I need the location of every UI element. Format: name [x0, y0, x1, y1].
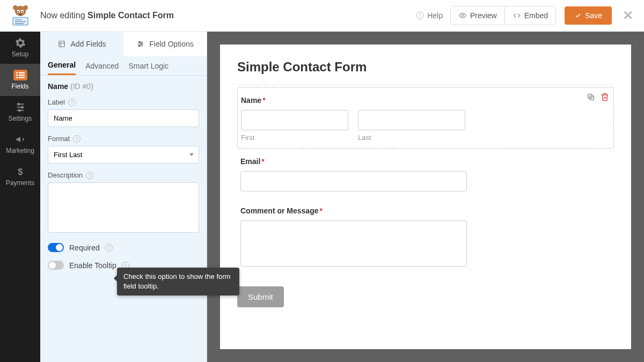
svg-rect-14	[16, 72, 18, 73]
save-label: Save	[585, 11, 602, 20]
embed-button[interactable]: Embed	[504, 6, 555, 25]
svg-point-5	[18, 11, 19, 12]
sidenav-setup-label: Setup	[12, 50, 28, 58]
subtab-smart-logic[interactable]: Smart Logic	[128, 56, 169, 75]
svg-rect-19	[18, 77, 24, 78]
preview-name-field[interactable]: Name* First Last	[237, 87, 614, 149]
preview-comment-field[interactable]: Comment or Message*	[237, 198, 614, 275]
svg-point-13	[462, 14, 464, 17]
sidenav-payments[interactable]: $ Payments	[0, 160, 40, 193]
label-input[interactable]	[48, 109, 199, 127]
field-id-num: (ID #0)	[70, 82, 93, 91]
help-icon: ?	[416, 12, 424, 19]
svg-rect-11	[14, 21, 26, 23]
required-star: *	[262, 96, 265, 105]
svg-point-6	[21, 11, 23, 12]
bullhorn-icon	[14, 134, 26, 145]
field-id-name: Name	[48, 82, 68, 91]
sidenav-marketing[interactable]: Marketing	[0, 128, 40, 160]
svg-point-21	[18, 104, 19, 105]
field-id-row: Name (ID #0)	[48, 82, 199, 91]
svg-rect-12	[14, 23, 24, 24]
subtab-advanced[interactable]: Advanced	[85, 56, 119, 75]
format-select[interactable]	[48, 146, 199, 164]
required-row: Required ?	[48, 243, 199, 252]
help-icon[interactable]: ?	[105, 244, 113, 252]
label-label-row: Label ?	[48, 98, 199, 106]
description-label: Description	[48, 171, 83, 179]
email-input[interactable]	[240, 171, 467, 191]
svg-point-7	[19, 14, 21, 16]
preview-embed-group: Preview Embed	[450, 6, 556, 25]
panel-tabs: Add Fields Field Options	[40, 32, 207, 56]
tooltip-popup: Check this option to show the form field…	[117, 268, 239, 295]
options-panel: Add Fields Field Options General Advance…	[40, 32, 207, 362]
svg-point-31	[139, 41, 140, 42]
sidenav-fields-label: Fields	[11, 83, 28, 90]
last-input[interactable]	[358, 110, 465, 130]
close-button[interactable]: ✕	[617, 8, 639, 23]
subtabs: General Advanced Smart Logic	[40, 56, 207, 76]
svg-text:$: $	[18, 167, 23, 177]
comment-input[interactable]	[240, 220, 467, 267]
svg-point-35	[138, 45, 140, 46]
name-row: First Last	[241, 110, 610, 142]
gear-icon	[14, 38, 26, 48]
email-label: Email*	[240, 157, 611, 166]
help-icon[interactable]: ?	[73, 135, 80, 143]
sidenav-settings-label: Settings	[9, 115, 32, 122]
tab-add-fields[interactable]: Add Fields	[40, 32, 123, 56]
panel-body: Name (ID #0) Label ? Format ?	[40, 76, 207, 276]
save-button[interactable]: Save	[565, 6, 612, 25]
format-label-row: Format ?	[48, 135, 199, 143]
last-col: Last	[358, 110, 465, 142]
dollar-icon: $	[14, 166, 26, 177]
sidenav-setup[interactable]: Setup	[0, 32, 40, 64]
field-actions	[587, 93, 609, 101]
help-icon[interactable]: ?	[86, 172, 93, 179]
tooltip-toggle[interactable]	[48, 261, 64, 270]
last-sublabel: Last	[358, 134, 465, 142]
editing-title: Now editing Simple Contact Form	[40, 11, 416, 20]
sidenav-settings[interactable]: Settings	[0, 96, 40, 128]
form-preview: Simple Contact Form Name* First Last	[220, 45, 631, 349]
preview-label: Preview	[470, 11, 497, 20]
first-col: First	[241, 110, 348, 142]
svg-point-2	[23, 5, 28, 10]
help-icon[interactable]: ?	[68, 99, 76, 106]
preview-email-field[interactable]: Email*	[237, 149, 614, 198]
svg-rect-27	[59, 41, 65, 47]
required-toggle[interactable]	[48, 243, 64, 252]
help-label: Help	[427, 11, 443, 20]
app-logo	[0, 0, 40, 32]
embed-label: Embed	[524, 11, 548, 20]
layout-icon	[57, 40, 66, 48]
format-select-wrap	[48, 146, 199, 164]
svg-rect-18	[16, 77, 18, 78]
sidenav-fields[interactable]: Fields	[0, 64, 40, 96]
submit-button[interactable]: Submit	[237, 286, 284, 307]
main: Setup Fields Settings Marketing $ Paymen…	[0, 32, 644, 362]
name-label: Name*	[241, 96, 610, 105]
svg-point-1	[13, 5, 18, 10]
help-link[interactable]: ? Help	[416, 11, 443, 20]
top-actions: ? Help Preview Embed Save ✕	[416, 6, 644, 25]
format-label: Format	[48, 135, 70, 143]
sliders-icon	[14, 102, 26, 113]
trash-icon[interactable]	[601, 93, 609, 101]
svg-point-25	[18, 109, 20, 111]
tooltip-label: Enable Tooltip	[69, 261, 116, 270]
form-title: Simple Contact Form	[237, 60, 614, 85]
subtab-general[interactable]: General	[48, 56, 76, 75]
description-input[interactable]	[48, 182, 199, 233]
fields-icon	[13, 70, 27, 80]
label-group: Label ?	[48, 98, 199, 127]
required-star: *	[319, 206, 322, 215]
canvas: Simple Contact Form Name* First Last	[207, 32, 644, 362]
svg-rect-16	[16, 75, 18, 76]
tab-field-options[interactable]: Field Options	[123, 32, 207, 56]
label-label: Label	[48, 98, 65, 106]
duplicate-icon[interactable]	[587, 93, 595, 101]
first-input[interactable]	[241, 110, 348, 130]
preview-button[interactable]: Preview	[451, 6, 504, 25]
